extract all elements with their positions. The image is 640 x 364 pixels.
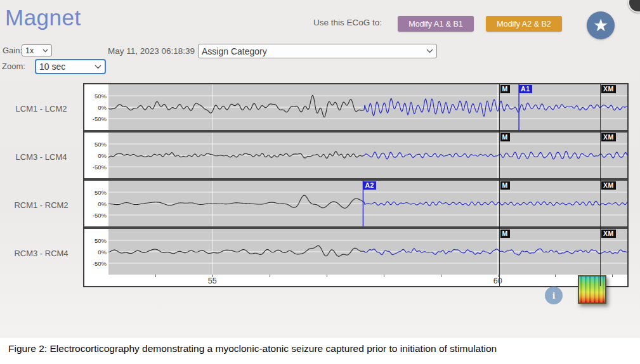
favorite-star-button[interactable]: ★ xyxy=(587,11,615,39)
zoom-label: Zoom: xyxy=(2,62,25,71)
marker-label-M: M xyxy=(500,133,510,141)
global-marker-line-XM xyxy=(600,84,601,286)
ecog-trace-svg xyxy=(108,84,627,130)
chevron-down-icon xyxy=(95,65,101,69)
axis-tick xyxy=(155,275,156,277)
ecog-plot-area: MXM xyxy=(108,229,627,275)
marker-label-A2: A2 xyxy=(363,181,376,190)
marker-label-XM: XM xyxy=(601,230,616,238)
star-icon: ★ xyxy=(593,16,608,34)
ecog-chart-frame: 50%0%-50%MXMA150%0%-50%MXM50%0%-50%MXMA2… xyxy=(83,83,629,287)
y-tick-label: 50% xyxy=(95,141,107,148)
axis-tick-label: 60 xyxy=(493,276,502,285)
axis-tick xyxy=(441,275,441,277)
trace-pre-detection xyxy=(108,195,364,208)
channel-label: LCM1 - LCM2 xyxy=(0,86,82,131)
ecog-plot-area: MXMA1 xyxy=(108,84,627,130)
chevron-down-icon xyxy=(426,49,433,53)
chevron-down-icon xyxy=(42,49,48,53)
modify-a2b2-button[interactable]: Modify A2 & B2 xyxy=(486,16,562,32)
figure-caption: Figure 2: Electrocorticography demonstra… xyxy=(8,343,497,354)
gain-label: Gain: xyxy=(3,46,22,55)
gain-select[interactable]: 1x xyxy=(22,44,52,56)
axis-tick xyxy=(555,275,556,277)
marker-label-M: M xyxy=(500,230,510,238)
y-axis-label-strip: 50%0%-50% xyxy=(84,133,108,178)
zoom-select[interactable]: 10 sec xyxy=(35,59,106,74)
ecog-plot-area: MXM xyxy=(108,133,627,178)
y-axis-label-strip: 50%0%-50% xyxy=(84,181,108,226)
ecog-plot-area: MXMA2 xyxy=(108,181,627,226)
channel-label: RCM1 - RCM2 xyxy=(0,182,82,228)
time-axis: 5560 xyxy=(84,275,627,286)
marker-label-M: M xyxy=(500,181,510,190)
trace-pre-detection xyxy=(108,245,364,256)
trace-pre-detection xyxy=(108,95,364,117)
marker-label-XM: XM xyxy=(601,181,616,190)
axis-tick xyxy=(270,275,270,277)
ecog-chart: 50%0%-50%MXMA150%0%-50%MXM50%0%-50%MXMA2… xyxy=(84,84,627,286)
y-tick-label: 0% xyxy=(98,249,107,256)
trace-pre-detection xyxy=(108,152,364,159)
magnet-app-window: Magnet Use this ECoG to: Modify A1 & B1 … xyxy=(0,0,640,364)
y-axis-label-strip: 50%0%-50% xyxy=(84,229,108,275)
marker-label-XM: XM xyxy=(601,85,616,93)
assign-category-value: Assign Category xyxy=(202,46,267,56)
axis-tick-label: 55 xyxy=(208,276,217,285)
ecog-timestamp: May 11, 2023 06:18:39 xyxy=(108,46,195,56)
marker-label-XM: XM xyxy=(601,133,616,141)
figure-caption-bar: Figure 2: Electrocorticography demonstra… xyxy=(0,337,640,364)
ecog-panel-row: 50%0%-50%MXMA1 xyxy=(84,84,627,130)
y-tick-label: 0% xyxy=(98,152,107,159)
global-marker-line-M xyxy=(499,84,500,286)
axis-tick xyxy=(327,275,327,277)
app-title: Magnet xyxy=(5,5,81,30)
y-tick-label: 50% xyxy=(95,189,107,196)
y-tick-label: 50% xyxy=(95,93,107,100)
y-tick-label: 50% xyxy=(95,237,107,244)
ecog-trace-svg xyxy=(108,133,627,178)
channel-label: LCM3 - LCM4 xyxy=(0,134,82,179)
spectrogram-thumbnail[interactable] xyxy=(578,275,606,304)
modify-a1b1-button[interactable]: Modify A1 & B1 xyxy=(398,16,474,32)
ecog-panel-row: 50%0%-50%MXM xyxy=(84,229,627,275)
use-ecog-label: Use this ECoG to: xyxy=(313,18,382,27)
y-tick-label: 0% xyxy=(98,200,107,207)
channel-label: RCM3 - RCM4 xyxy=(0,230,82,276)
y-tick-label: -50% xyxy=(93,115,107,122)
axis-tick xyxy=(612,275,613,277)
info-button[interactable]: i xyxy=(545,287,563,304)
gain-select-value: 1x xyxy=(25,46,34,55)
y-tick-label: -50% xyxy=(93,260,107,267)
ecog-panel-row: 50%0%-50%MXMA2 xyxy=(84,181,627,226)
ecog-panel-row: 50%0%-50%MXM xyxy=(84,133,627,178)
marker-label-M: M xyxy=(500,85,510,93)
y-tick-label: -50% xyxy=(93,164,107,171)
info-icon: i xyxy=(552,290,555,301)
y-axis-label-strip: 50%0%-50% xyxy=(84,84,108,130)
marker-label-A1: A1 xyxy=(519,85,532,93)
assign-category-select[interactable]: Assign Category xyxy=(198,44,437,58)
zoom-select-value: 10 sec xyxy=(39,62,65,72)
axis-tick xyxy=(384,275,384,277)
y-tick-label: -50% xyxy=(93,212,107,219)
y-tick-label: 0% xyxy=(98,104,107,111)
ecog-trace-svg xyxy=(108,229,627,275)
